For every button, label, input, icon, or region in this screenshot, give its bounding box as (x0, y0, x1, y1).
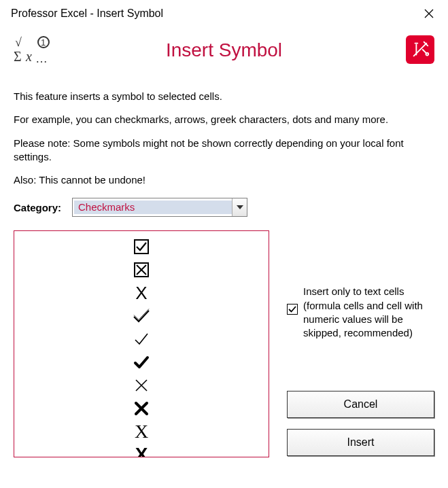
symbol-item[interactable]: X (14, 281, 269, 304)
x-bold-icon (134, 401, 149, 416)
brand-icon (406, 35, 434, 64)
check-icon (288, 305, 296, 313)
right-column: Insert only to text cells (formula cells… (287, 230, 434, 457)
svg-rect-10 (135, 240, 148, 254)
description-block: This feature inserts a symbol to selecte… (14, 90, 434, 187)
checkbox-cross-icon (134, 262, 149, 277)
category-label: Category: (14, 202, 61, 213)
symbol-item[interactable]: X (14, 420, 269, 443)
description-line: For example, you can checkmarks, arrows,… (14, 113, 434, 126)
symbol-item[interactable] (14, 304, 269, 328)
chevron-down-icon (237, 205, 243, 209)
checkbox-checked-icon (134, 239, 149, 254)
symbol-item[interactable] (14, 328, 269, 351)
description-line: This feature inserts a symbol to selecte… (14, 90, 434, 103)
text-cells-only-label: Insert only to text cells (formula cells… (303, 285, 434, 340)
lower-area: X (14, 230, 434, 457)
x-serif-icon: X (135, 421, 148, 442)
close-button[interactable] (418, 3, 440, 24)
symbol-listbox[interactable]: X (14, 230, 269, 457)
check-outline-icon (132, 308, 151, 324)
text-cells-only-checkbox[interactable] (287, 304, 298, 315)
symbol-item[interactable] (14, 351, 269, 374)
insert-button[interactable]: Insert (287, 429, 434, 456)
insert-button-label: Insert (347, 436, 374, 449)
symbol-item[interactable] (14, 397, 269, 420)
category-row: Category: Checkmarks (14, 198, 434, 217)
x-thin-icon (134, 378, 149, 393)
category-selected-value: Checkmarks (74, 201, 232, 214)
x-letter-icon: X (135, 283, 147, 304)
close-icon (424, 8, 434, 19)
cancel-button-label: Cancel (344, 398, 378, 411)
button-group: Cancel Insert (287, 391, 434, 456)
titlebar: Professor Excel - Insert Symbol (0, 0, 448, 27)
symbol-list: X (14, 235, 269, 457)
check-thin-icon (133, 331, 150, 347)
check-bold-icon (133, 354, 150, 370)
symbol-item[interactable] (14, 258, 269, 281)
page-title: Insert Symbol (14, 39, 434, 61)
category-dropdown[interactable]: Checkmarks (72, 198, 247, 217)
description-line: Please note: Some symbols might not be s… (14, 137, 434, 164)
symbol-item[interactable]: X (14, 443, 269, 457)
symbol-item[interactable] (14, 374, 269, 397)
dialog-body: √ 1 Σ x … Insert Symbol (0, 27, 448, 488)
option-row: Insert only to text cells (formula cells… (287, 285, 434, 340)
dropdown-button[interactable] (232, 198, 247, 216)
svg-marker-9 (237, 205, 243, 209)
window-title: Professor Excel - Insert Symbol (11, 7, 163, 20)
description-line: Also: This cannot be undone! (14, 173, 434, 187)
symbol-item[interactable] (14, 235, 269, 258)
x-heavy-icon: X (135, 444, 148, 457)
dialog-window: Professor Excel - Insert Symbol √ 1 Σ x … (0, 0, 448, 488)
header-row: √ 1 Σ x … Insert Symbol (14, 35, 434, 72)
svg-point-8 (426, 53, 428, 56)
cancel-button[interactable]: Cancel (287, 391, 434, 418)
